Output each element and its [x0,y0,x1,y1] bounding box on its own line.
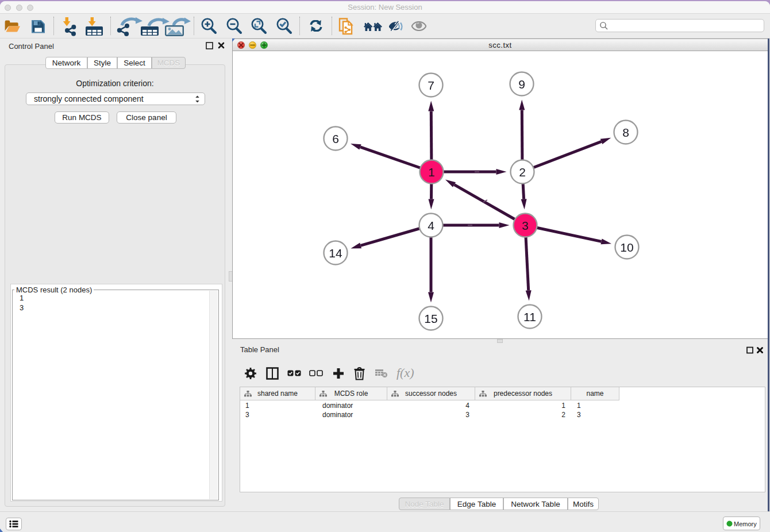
svg-text:6: 6 [332,132,339,145]
svg-text:3: 3 [522,219,529,232]
svg-text:10: 10 [620,241,633,254]
svg-text:4: 4 [428,219,434,232]
svg-text:9: 9 [518,78,525,91]
svg-text:7: 7 [428,79,434,92]
svg-text:8: 8 [622,126,629,139]
svg-text:15: 15 [424,312,437,325]
svg-text:11: 11 [523,310,536,323]
svg-text:1: 1 [428,165,435,179]
svg-text:14: 14 [329,246,342,260]
svg-text:2: 2 [519,165,526,179]
